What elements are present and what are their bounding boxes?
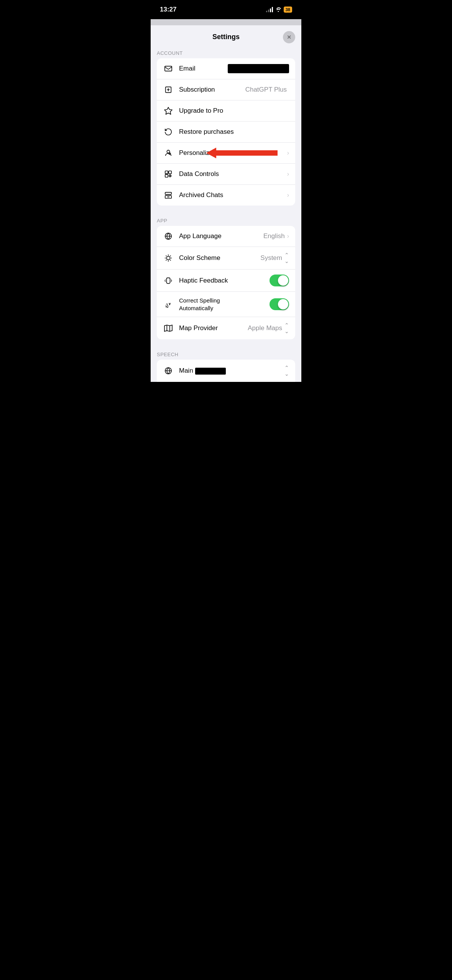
subscription-row[interactable]: Subscription ChatGPT Plus <box>157 79 295 100</box>
data-controls-chevron: › <box>287 171 289 178</box>
color-scheme-value: System <box>260 254 282 262</box>
map-provider-label: Map Provider <box>179 324 248 332</box>
data-controls-row[interactable]: Data Controls › <box>157 164 295 185</box>
email-label: Email <box>179 65 228 72</box>
main-language-updown: ⌃⌄ <box>284 365 289 377</box>
upgrade-label: Upgrade to Pro <box>179 107 289 115</box>
archived-chats-chevron: › <box>287 192 289 199</box>
status-time: 13:27 <box>160 6 176 13</box>
account-section-label: ACCOUNT <box>151 47 301 58</box>
haptic-feedback-row[interactable]: Haptic Feedback <box>157 270 295 292</box>
map-provider-updown: ⌃⌄ <box>284 322 289 334</box>
svg-line-20 <box>166 255 166 256</box>
app-language-value: English <box>263 232 285 240</box>
haptic-feedback-toggle[interactable] <box>270 275 289 286</box>
data-controls-icon <box>163 169 174 179</box>
status-bar: 13:27 38 <box>151 0 301 19</box>
wifi-icon <box>275 7 281 13</box>
battery-indicator: 38 <box>284 7 292 13</box>
svg-rect-0 <box>165 66 172 71</box>
upgrade-row[interactable]: Upgrade to Pro <box>157 100 295 122</box>
signal-icon <box>266 7 273 12</box>
svg-line-21 <box>170 260 171 261</box>
restore-icon <box>163 127 174 137</box>
color-scheme-icon <box>163 253 174 263</box>
upgrade-icon <box>163 105 174 116</box>
archived-chats-icon <box>163 190 174 201</box>
color-scheme-updown: ⌃⌄ <box>284 252 289 264</box>
email-icon <box>163 63 174 74</box>
main-language-label: Main <box>179 367 284 375</box>
settings-content: Settings ✕ ACCOUNT Email <box>151 25 301 382</box>
subscription-value: ChatGPT Plus <box>245 86 287 94</box>
main-language-row[interactable]: Main ⌃⌄ <box>157 360 295 382</box>
correct-spelling-icon: A <box>163 299 174 310</box>
archived-chats-row[interactable]: Archived Chats › <box>157 185 295 206</box>
color-scheme-label: Color Scheme <box>179 254 260 262</box>
subscription-label: Subscription <box>179 86 245 94</box>
app-language-label: App Language <box>179 232 263 240</box>
personalization-label: Personalization <box>179 149 287 157</box>
restore-label: Restore purchases <box>179 128 289 136</box>
svg-rect-8 <box>169 171 171 174</box>
speech-section-label: SPEECH <box>151 349 301 360</box>
data-controls-label: Data Controls <box>179 170 287 178</box>
svg-line-22 <box>166 260 166 261</box>
svg-point-15 <box>166 256 170 260</box>
subscription-icon <box>163 84 174 95</box>
app-language-icon <box>163 231 174 242</box>
svg-text:A: A <box>165 302 169 307</box>
svg-line-23 <box>170 255 171 256</box>
map-provider-icon <box>163 323 174 334</box>
svg-rect-9 <box>165 174 168 177</box>
status-icons: 38 <box>266 7 292 13</box>
svg-marker-26 <box>164 325 172 332</box>
email-row[interactable]: Email <box>157 58 295 79</box>
app-language-row[interactable]: App Language English › <box>157 226 295 247</box>
speech-settings-group: Main ⌃⌄ <box>157 360 295 382</box>
svg-point-5 <box>167 150 169 153</box>
close-button[interactable]: ✕ <box>283 31 295 43</box>
app-settings-group: App Language English › <box>157 226 295 339</box>
correct-spelling-toggle[interactable] <box>270 298 289 310</box>
personalization-row[interactable]: Personalization › <box>157 143 295 164</box>
personalization-chevron: › <box>287 150 289 156</box>
close-icon: ✕ <box>287 35 291 40</box>
svg-marker-4 <box>164 107 172 114</box>
map-provider-value: Apple Maps <box>248 324 282 332</box>
correct-spelling-row[interactable]: A Correct SpellingAutomatically <box>157 292 295 317</box>
app-section-label: APP <box>151 215 301 226</box>
app-language-chevron: › <box>287 233 289 240</box>
color-scheme-row[interactable]: Color Scheme System ⌃⌄ <box>157 247 295 270</box>
svg-rect-24 <box>166 278 170 283</box>
personalization-icon <box>163 148 174 158</box>
account-settings-group: Email Subscription ChatGPT Plus <box>157 58 295 206</box>
restore-row[interactable]: Restore purchases <box>157 122 295 143</box>
svg-rect-11 <box>165 192 172 195</box>
haptic-feedback-label: Haptic Feedback <box>179 277 270 284</box>
main-language-icon <box>163 365 174 376</box>
archived-chats-label: Archived Chats <box>179 191 287 199</box>
map-provider-row[interactable]: Map Provider Apple Maps ⌃⌄ <box>157 317 295 339</box>
settings-header: Settings ✕ <box>151 25 301 47</box>
email-redacted <box>228 64 289 73</box>
haptic-feedback-icon <box>163 275 174 286</box>
svg-rect-7 <box>165 171 168 174</box>
correct-spelling-label: Correct SpellingAutomatically <box>179 297 270 312</box>
page-title: Settings <box>212 33 240 41</box>
